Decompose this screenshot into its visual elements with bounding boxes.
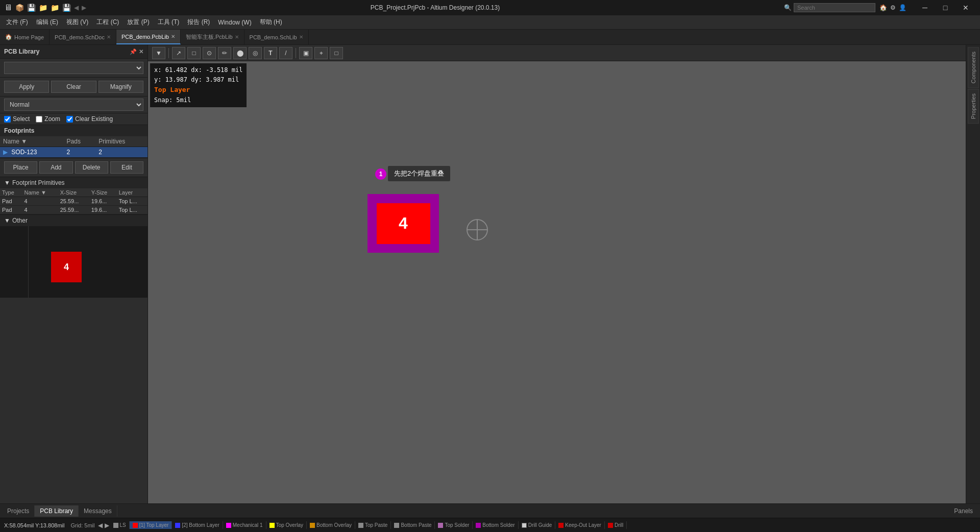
layer-tab-bottompaste[interactable]: Bottom Paste [391, 521, 435, 529]
panel-pin[interactable]: 📌 [130, 49, 137, 55]
menu-project[interactable]: 工程 (C) [92, 17, 123, 28]
menu-view[interactable]: 视图 (V) [62, 17, 92, 28]
layer-color-bottom [175, 523, 180, 528]
apply-button[interactable]: Apply [4, 81, 49, 93]
layer-tab-top[interactable]: [1] Top Layer [130, 521, 173, 529]
other-collapse-icon[interactable]: ▼ [4, 217, 10, 224]
menu-reports[interactable]: 报告 (R) [183, 17, 214, 28]
layer-color-topoverlay [270, 523, 275, 528]
cursor-button[interactable]: ↗ [172, 47, 185, 59]
select-checkbox[interactable] [4, 116, 11, 123]
clear-button[interactable]: Clear [51, 81, 96, 93]
tab-pcblib[interactable]: PCB_demo.PcbLib ✕ [116, 30, 181, 44]
tab-schdoc-close[interactable]: ✕ [107, 34, 111, 40]
panel-controls[interactable]: 📌 ✕ [130, 49, 143, 55]
prim-layer: Top L... [117, 206, 148, 214]
panel-close[interactable]: ✕ [139, 49, 143, 55]
search-input[interactable] [794, 3, 875, 12]
layer-tab-topoverlay[interactable]: Top Overlay [266, 521, 307, 529]
panels-button[interactable]: Panels [949, 505, 978, 517]
win-controls[interactable]: ─ □ ✕ [915, 0, 976, 15]
layer-tab-keepout[interactable]: Keep-Out Layer [555, 521, 605, 529]
col-name[interactable]: Name ▼ [0, 136, 64, 147]
place-button[interactable]: Place [4, 161, 37, 174]
zoom-checkbox[interactable] [36, 116, 42, 123]
clear-existing-label[interactable]: Clear Existing [66, 115, 113, 123]
snap-button[interactable]: □ [330, 47, 343, 59]
col-primitives[interactable]: Primitives [95, 136, 148, 147]
bottom-tab-pcblib[interactable]: PCB Library [35, 505, 79, 517]
layer-tab-drillguide[interactable]: Drill Guide [519, 521, 556, 529]
layer-tab-topsolder[interactable]: Top Solder [435, 521, 473, 529]
clear-existing-checkbox[interactable] [66, 116, 73, 123]
edit-button[interactable]: Edit [110, 161, 143, 174]
select-checkbox-label[interactable]: Select [4, 115, 30, 123]
prim-col-ysize[interactable]: Y-Size [89, 188, 117, 197]
tab-schlib[interactable]: PCB_demo.SchLib ✕ [244, 30, 309, 44]
tab-smartcar-close[interactable]: ✕ [235, 34, 239, 40]
minimize-button[interactable]: ─ [915, 0, 935, 15]
rect-button[interactable]: □ [187, 47, 201, 59]
layer-tab-bottom[interactable]: [2] Bottom Layer [172, 521, 223, 529]
tab-pcblib-close[interactable]: ✕ [171, 34, 175, 39]
magnify-button[interactable]: Magnify [99, 81, 143, 93]
layer-tab-ls[interactable]: LS [110, 521, 130, 529]
grid-button[interactable]: ▣ [299, 47, 312, 59]
prim-name: 4 [22, 197, 58, 206]
canvas-area[interactable]: x: 61.482 dx: -3.518 mil y: 13.987 dy: 3… [148, 61, 966, 503]
mask-select[interactable] [4, 62, 143, 74]
table-row[interactable]: ▶ SOD-123 2 2 [0, 147, 148, 158]
filter-button[interactable]: ▼ [152, 47, 165, 59]
nav-right[interactable]: ▶ [104, 522, 110, 529]
prim-col-layer[interactable]: Layer [117, 188, 148, 197]
tab-homepage[interactable]: 🏠 Home Page [0, 30, 50, 44]
tab-schlib-close[interactable]: ✕ [299, 34, 303, 40]
prim-col-name[interactable]: Name ▼ [22, 188, 58, 197]
layer-tab-drill[interactable]: Drill [605, 521, 627, 529]
search-area[interactable]: 🔍 [784, 3, 875, 12]
bottom-tab-projects[interactable]: Projects [2, 505, 35, 517]
layer-tab-toppaste[interactable]: Top Paste [355, 521, 391, 529]
bottom-tab-messages[interactable]: Messages [79, 505, 117, 517]
right-tab-components[interactable]: Components [968, 47, 979, 88]
menu-edit[interactable]: 编辑 (E) [32, 17, 62, 28]
menu-place[interactable]: 放置 (P) [123, 17, 153, 28]
tab-schdoc[interactable]: PCB_demo.SchDoc ✕ [50, 30, 116, 44]
paint-button[interactable]: ✏ [218, 47, 231, 59]
table-row[interactable]: Pad 4 25.59... 19.6... Top L... [0, 206, 148, 214]
hex-button[interactable]: ◎ [249, 47, 262, 59]
menu-tools[interactable]: 工具 (T) [154, 17, 184, 28]
menu-file[interactable]: 文件 (F) [2, 17, 32, 28]
zoom-area-button[interactable]: ⊙ [203, 47, 216, 59]
measure-button[interactable]: ⌖ [314, 47, 328, 59]
close-button[interactable]: ✕ [955, 0, 976, 15]
layer-tab-bottomsolder[interactable]: Bottom Solder [473, 521, 518, 529]
add-button[interactable]: Add [39, 161, 72, 174]
layer-label-bottompaste: Bottom Paste [401, 522, 431, 528]
zoom-checkbox-label[interactable]: Zoom [36, 115, 60, 123]
prim-col-type[interactable]: Type [0, 188, 22, 197]
tab-smartcar[interactable]: 智能车主板.PcbLib ✕ [181, 30, 244, 44]
mode-select[interactable]: Normal Mask Dim [4, 99, 143, 111]
maximize-button[interactable]: □ [935, 0, 955, 15]
line-button[interactable]: / [279, 47, 292, 59]
nav-left[interactable]: ◀ [97, 522, 104, 529]
layer-tab-bottomoverlay[interactable]: Bottom Overlay [307, 521, 355, 529]
table-row[interactable]: Pad 4 25.59... 19.6... Top L... [0, 197, 148, 206]
other-header: ▼ Other [0, 215, 148, 226]
canvas-component[interactable]: 4 [368, 194, 439, 253]
tab-schlib-label: PCB_demo.SchLib [250, 34, 297, 40]
delete-button[interactable]: Delete [75, 161, 108, 174]
circle-button[interactable]: ⬤ [233, 47, 247, 59]
layer-color-ls [113, 523, 118, 528]
text-button[interactable]: T [264, 47, 277, 59]
prim-col-xsize[interactable]: X-Size [58, 188, 89, 197]
footprints-header: Footprints [0, 125, 148, 136]
collapse-icon[interactable]: ▼ [4, 179, 10, 186]
right-tab-properties[interactable]: Properties [968, 89, 979, 124]
layer-tab-mech1[interactable]: Mechanical 1 [223, 521, 266, 529]
menu-help[interactable]: 帮助 (H) [256, 17, 286, 28]
menu-window[interactable]: Window (W) [214, 18, 255, 27]
col-pads[interactable]: Pads [64, 136, 96, 147]
primitives-header: ▼ Footprint Primitives [0, 177, 148, 188]
